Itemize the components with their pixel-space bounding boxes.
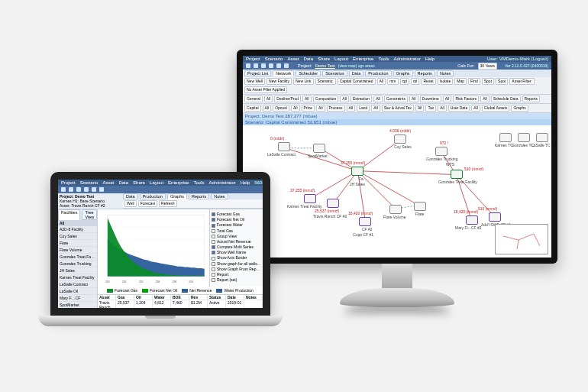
menu-tools[interactable]: Tools (378, 57, 389, 61)
tree-item[interactable]: Flare (58, 240, 97, 247)
node-cf2[interactable] (359, 217, 371, 226)
refresh-icon[interactable] (276, 63, 281, 68)
node-gonztc[interactable] (518, 133, 530, 142)
toolbar-btn[interactable]: Isolate (438, 78, 454, 85)
tree-item[interactable]: Gonzales Treat Facility (58, 254, 97, 261)
tab-project-list[interactable]: Project List (244, 70, 271, 76)
chart-option[interactable]: Show Graph From Report Data (212, 267, 261, 271)
chart-option[interactable]: Report: (212, 272, 261, 277)
toolbar-btn[interactable]: Reports (522, 96, 541, 102)
camera-icon[interactable] (92, 187, 96, 192)
toolbar-btn[interactable]: Graphs (511, 105, 528, 112)
print-icon[interactable] (84, 187, 89, 192)
toolbar-btn[interactable]: All (415, 105, 425, 112)
node-gonztruck[interactable] (435, 147, 447, 156)
toolbar-btn[interactable]: Capital Constrained (338, 78, 376, 85)
chart-option[interactable]: Forecast Water (212, 222, 261, 227)
menu-scenario[interactable]: Scenario (265, 57, 283, 61)
toolbar-btn[interactable]: General (244, 96, 263, 102)
chart-option[interactable]: Group View (212, 234, 261, 238)
network-minimap[interactable] (495, 224, 548, 254)
tab-reports[interactable]: Reports (415, 70, 435, 76)
toolbar-btn[interactable]: All (438, 105, 447, 112)
toolbar-btn[interactable]: New Well (244, 78, 265, 85)
chart-option[interactable]: Forecast Gas (212, 212, 261, 216)
production-chart[interactable]: 201920242029203420392044 (98, 209, 209, 287)
toolbar-btn[interactable]: Map (454, 78, 467, 85)
node-addswd[interactable] (489, 212, 501, 222)
toolbar-btn[interactable]: All (409, 96, 418, 102)
main-tab[interactable]: Notes (211, 193, 228, 199)
chart-option[interactable]: Show graph for all wells in Group — show… (212, 261, 261, 266)
tab-network[interactable]: Network (273, 70, 294, 76)
settings-icon[interactable] (284, 63, 289, 68)
toolbar-btn[interactable]: All (340, 96, 349, 102)
toolbar-btn[interactable]: cpl (400, 78, 409, 85)
tree-item[interactable]: SpotMarket (58, 302, 97, 308)
chart-option[interactable]: Show Well Name (212, 250, 261, 254)
toolbar-btn[interactable]: Extraction (351, 96, 372, 102)
main-tab[interactable]: Data (123, 193, 138, 199)
toolbar-btn[interactable]: Spot (482, 78, 494, 85)
toolbar-btn[interactable]: No Asset Filter Applied (244, 86, 287, 93)
node-coysales[interactable] (394, 134, 406, 144)
menu-scenario[interactable]: Scenario (80, 180, 99, 185)
menu-help[interactable]: Help (241, 180, 250, 185)
tab-scheduler[interactable]: Scheduler (296, 70, 321, 76)
toolbar-btn[interactable]: Tax (425, 105, 436, 112)
toolbar-btn[interactable]: All (347, 105, 356, 112)
menu-administrator[interactable]: Administrator (208, 180, 235, 185)
project-link[interactable]: Demo Test (315, 63, 335, 68)
menu-enterprise[interactable]: Enterprise (353, 57, 373, 61)
menu-administrator[interactable]: Administrator (393, 57, 420, 61)
menu-layout[interactable]: Layout (150, 180, 163, 185)
tab-graphs[interactable]: Graphs (393, 70, 413, 76)
toolbar-btn[interactable]: Spot (496, 78, 508, 85)
toolbar-btn[interactable]: Refresh (159, 200, 177, 207)
toolbar-btn[interactable]: All (471, 105, 480, 112)
menu-share[interactable]: Share (318, 57, 330, 61)
toolbar-btn[interactable]: Downtime (420, 96, 441, 102)
toolbar-btn[interactable]: Constraints (384, 96, 408, 102)
node-karnestc[interactable] (499, 133, 512, 142)
menu-help[interactable]: Help (425, 57, 435, 61)
tree-item[interactable]: LaSalle Contract (58, 281, 97, 288)
toolbar-btn[interactable]: All (291, 105, 300, 112)
toolbar-btn[interactable]: Composition (313, 96, 339, 102)
project-extra[interactable]: (view map) ogs areas (338, 63, 375, 68)
tab-production[interactable]: Production (365, 70, 391, 76)
toolbar-btn[interactable]: Find (468, 78, 480, 85)
tab-data[interactable]: Data (349, 70, 364, 76)
tree-item[interactable]: A2D-8 Facility (58, 226, 97, 233)
menu-share[interactable]: Share (133, 180, 145, 185)
node-flarevol[interactable] (389, 205, 402, 214)
menu-project[interactable]: Project (246, 57, 260, 61)
toolbar-btn[interactable]: All (371, 105, 380, 112)
toolbar-btn[interactable]: Decline/Prod (274, 96, 301, 102)
side-tab[interactable]: Facilities (58, 209, 80, 220)
node-karnes-treat[interactable] (351, 167, 363, 176)
menu-asset[interactable]: Asset (102, 180, 114, 185)
toolbar-btn[interactable]: All (302, 96, 312, 102)
toolbar-btn[interactable]: Scenario: (315, 78, 336, 85)
node-lasalletc[interactable] (536, 133, 548, 142)
tab-notes[interactable]: Notes (437, 70, 454, 76)
tree-item[interactable]: Gonzales Trucking (58, 261, 97, 267)
toolbar-btn[interactable]: Land (357, 105, 370, 112)
node-gonztreat[interactable] (451, 170, 463, 179)
menu-data[interactable]: Data (303, 57, 313, 61)
toolbar-btn[interactable]: Forecast (138, 200, 157, 207)
data-grid[interactable]: AssetGasOilWaterBOERevStatusDateNotesTra… (98, 294, 263, 308)
toolbar-btn[interactable]: Sev & Adval Tax (382, 105, 414, 112)
node-travis[interactable] (327, 199, 339, 208)
calc-years-input[interactable]: 30 Years (478, 63, 497, 70)
home-icon[interactable] (246, 63, 250, 68)
asset-tree[interactable]: FacilitiesTree View All A2D-8 FacilityCo… (58, 209, 98, 308)
chart-option[interactable]: Forecast Net Oil (212, 217, 261, 222)
toolbar-btn[interactable]: Global Assets (482, 105, 510, 112)
toolbar-btn[interactable]: All (263, 105, 272, 112)
toolbar-btn[interactable]: Opcost (273, 105, 289, 112)
menu-tools[interactable]: Tools (193, 180, 204, 185)
toolbar-btn[interactable]: Price (302, 105, 315, 112)
tree-item[interactable]: Karnes Treat Facility (58, 274, 97, 281)
